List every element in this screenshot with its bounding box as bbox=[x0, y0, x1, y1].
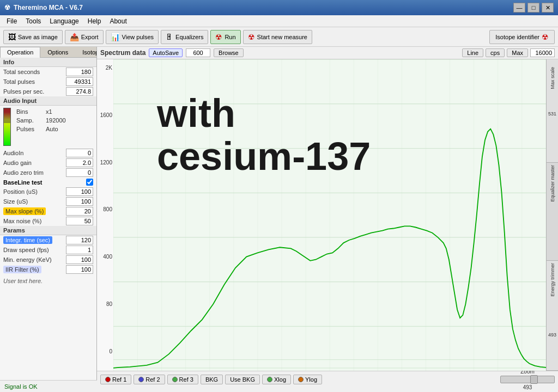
minimize-button[interactable]: — bbox=[513, 3, 525, 13]
titlebar-title: ☢ Theremino MCA - V6.7 bbox=[4, 4, 83, 11]
meter-level-indicator bbox=[4, 108, 10, 123]
autosave-button[interactable]: AutoSave bbox=[149, 48, 183, 57]
save-image-icon: 🖼 bbox=[8, 33, 16, 41]
equalizer-master-section[interactable]: Equalizer master bbox=[547, 163, 558, 261]
total-pulses-label: Total pulses bbox=[3, 78, 35, 85]
iir-filter-input[interactable] bbox=[66, 265, 93, 274]
menu-language[interactable]: Language bbox=[45, 16, 83, 26]
bins-row: Bins x1 bbox=[13, 108, 93, 115]
equalizer-master-label: Equalizer master bbox=[550, 163, 555, 204]
main-content: Operation Options Isotopes Info Total se… bbox=[0, 47, 558, 380]
position-row: Position (uS) bbox=[0, 187, 96, 197]
total-seconds-input[interactable] bbox=[66, 68, 93, 76]
spectrum-svg: 0 50 100 150 200 250 300 350 400 450 500… bbox=[113, 59, 546, 371]
isotope-icon: ☢ bbox=[542, 33, 549, 41]
draw-speed-row: Draw speed (fps) bbox=[0, 245, 96, 255]
y-label-800: 800 bbox=[98, 206, 112, 212]
left-panel: Operation Options Isotopes Info Total se… bbox=[0, 47, 97, 380]
svg-rect-1 bbox=[113, 59, 546, 371]
size-label: Size (uS) bbox=[3, 198, 28, 205]
line-button[interactable]: Line bbox=[462, 48, 483, 57]
pulses-per-sec-row: Pulses per sec. bbox=[0, 87, 96, 96]
titlebar-controls: — □ ✕ bbox=[513, 3, 554, 13]
tab-options[interactable]: Options bbox=[40, 47, 75, 57]
chart-area[interactable]: 0 50 100 150 200 250 300 350 400 450 500… bbox=[113, 59, 546, 371]
isotope-identifier-button[interactable]: Isotope identifier ☢ bbox=[489, 30, 555, 44]
ref1-button[interactable]: Ref 1 bbox=[100, 375, 131, 384]
audio-input-section-header: Audio Input bbox=[0, 96, 96, 106]
audioin-row: AudioIn bbox=[0, 148, 96, 158]
y-label-1200: 1200 bbox=[98, 160, 112, 166]
pulses-audio-value: Auto bbox=[46, 126, 58, 132]
max-slope-label: Max slope (%) bbox=[3, 207, 46, 215]
baseline-header-row: BaseLine test bbox=[0, 177, 96, 187]
max-slope-input[interactable] bbox=[66, 207, 93, 216]
draw-speed-label: Draw speed (fps) bbox=[3, 247, 49, 253]
y-label-80: 80 bbox=[98, 301, 112, 307]
menu-about[interactable]: About bbox=[105, 16, 131, 26]
meter-fields: Bins x1 Samp. 192000 Pulses Auto bbox=[13, 108, 93, 146]
right-side-controls: Max scale 531 Equalizer master Energy tr… bbox=[546, 59, 558, 371]
browse-button[interactable]: Browse bbox=[214, 48, 244, 57]
samp-value: 192000 bbox=[46, 117, 66, 124]
xlog-dot bbox=[267, 377, 272, 382]
max-button[interactable]: Max bbox=[507, 48, 528, 57]
samp-row: Samp. 192000 bbox=[13, 117, 93, 124]
ylog-button[interactable]: Ylog bbox=[293, 375, 322, 384]
ref2-button[interactable]: Ref 2 bbox=[134, 375, 165, 384]
run-button[interactable]: ☢ Run bbox=[210, 30, 240, 44]
menubar: File Tools Language Help About bbox=[0, 15, 558, 27]
channel-input[interactable] bbox=[186, 48, 210, 57]
chart-container: 2K 1600 1200 800 400 80 0 bbox=[97, 59, 558, 371]
menu-help[interactable]: Help bbox=[83, 16, 106, 26]
view-pulses-button[interactable]: 📊 View pulses bbox=[106, 30, 159, 44]
min-energy-input[interactable] bbox=[66, 255, 93, 264]
start-new-measure-button[interactable]: ☢ Start new measure bbox=[243, 30, 312, 44]
max-noise-input[interactable] bbox=[66, 217, 93, 225]
ref3-button[interactable]: Ref 3 bbox=[167, 375, 198, 384]
position-input[interactable] bbox=[66, 187, 93, 196]
zoom-slider[interactable] bbox=[500, 376, 555, 383]
equalizers-button[interactable]: 🎚 Equalizers bbox=[161, 30, 208, 44]
save-image-button[interactable]: 🖼 Save as image bbox=[3, 30, 63, 44]
bins-value: x1 bbox=[46, 108, 52, 115]
use-bkg-button[interactable]: Use BKG bbox=[225, 375, 260, 384]
pulses-per-sec-input[interactable] bbox=[66, 87, 93, 96]
menu-file[interactable]: File bbox=[2, 16, 21, 26]
audio-gain-input[interactable] bbox=[66, 158, 93, 167]
user-text: User text here. bbox=[0, 274, 96, 287]
tab-isotopes[interactable]: Isotopes bbox=[75, 47, 97, 57]
tab-operation[interactable]: Operation bbox=[0, 47, 40, 58]
total-pulses-input[interactable] bbox=[66, 77, 93, 86]
audio-zero-trim-input[interactable] bbox=[66, 168, 93, 177]
xlog-button[interactable]: Xlog bbox=[262, 375, 291, 384]
ylog-dot bbox=[298, 377, 304, 382]
max-noise-row: Max noise (%) bbox=[0, 216, 96, 226]
export-button[interactable]: 📤 Export bbox=[65, 30, 104, 44]
iir-filter-label: IIR Filter (%) bbox=[3, 266, 41, 273]
audioin-input[interactable] bbox=[66, 149, 93, 157]
integr-time-input[interactable] bbox=[66, 236, 93, 244]
size-input[interactable] bbox=[66, 197, 93, 206]
ref3-dot bbox=[172, 377, 178, 382]
close-button[interactable]: ✕ bbox=[542, 3, 554, 13]
menu-tools[interactable]: Tools bbox=[21, 16, 45, 26]
baseline-checkbox[interactable] bbox=[86, 179, 93, 186]
maximize-button[interactable]: □ bbox=[527, 3, 539, 13]
bottom-bar: Ref 1 Ref 2 Ref 3 BKG Use BKG Xlog Ylog bbox=[97, 371, 558, 387]
samp-label: Samp. bbox=[16, 117, 44, 124]
min-energy-label: Min. energy (KeV) bbox=[3, 256, 52, 263]
cps-button[interactable]: cps bbox=[486, 48, 505, 57]
total-pulses-row: Total pulses bbox=[0, 77, 96, 87]
energy-trimmer-section[interactable]: Energy trimmer 493 bbox=[547, 261, 558, 371]
integr-time-row: Integr. time (sec) bbox=[0, 235, 96, 245]
bkg-button[interactable]: BKG bbox=[201, 375, 223, 384]
equalizers-icon: 🎚 bbox=[166, 33, 173, 41]
params-section-header: Params bbox=[0, 226, 96, 235]
export-icon: 📤 bbox=[70, 33, 79, 41]
draw-speed-input[interactable] bbox=[66, 246, 93, 254]
right-panel: Spectrum data AutoSave Browse Line cps M… bbox=[97, 47, 558, 380]
zoom-handle[interactable] bbox=[530, 375, 538, 384]
iir-filter-row: IIR Filter (%) bbox=[0, 265, 96, 274]
max-slope-row: Max slope (%) bbox=[0, 206, 96, 216]
